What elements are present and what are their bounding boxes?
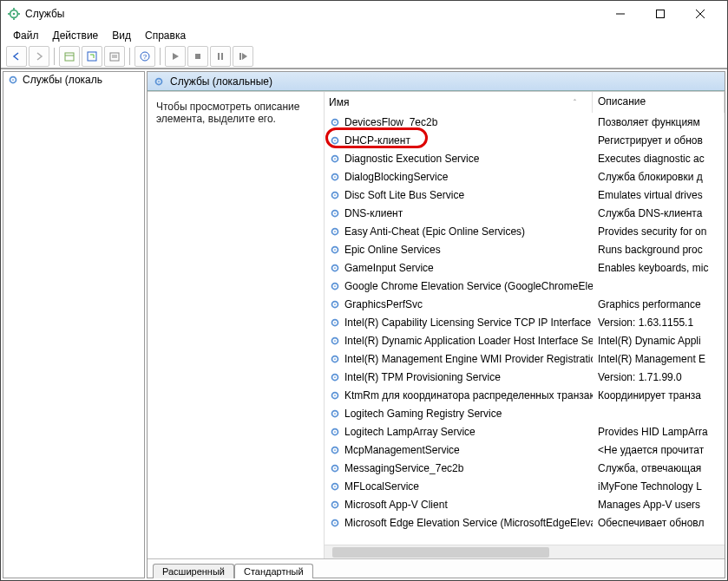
service-row[interactable]: Epic Online ServicesRuns background proc bbox=[324, 240, 725, 258]
service-row[interactable]: GameInput ServiceEnables keyboards, mic bbox=[324, 258, 725, 277]
svg-point-67 bbox=[334, 486, 336, 487]
back-button[interactable] bbox=[6, 46, 27, 67]
title-bar: Службы bbox=[1, 1, 727, 27]
app-icon bbox=[8, 8, 20, 20]
export-button[interactable] bbox=[104, 46, 125, 67]
gear-icon bbox=[329, 189, 341, 201]
tab-extended[interactable]: Расширенный bbox=[153, 564, 234, 578]
service-row[interactable]: Intel(R) Management Engine WMI Provider … bbox=[324, 349, 725, 368]
service-name: Disc Soft Lite Bus Service bbox=[344, 189, 464, 201]
svg-point-39 bbox=[334, 231, 336, 232]
menu-action[interactable]: Действие bbox=[46, 28, 106, 43]
service-row[interactable]: Diagnostic Execution ServiceExecutes dia… bbox=[324, 149, 725, 167]
svg-point-63 bbox=[334, 449, 336, 451]
service-name: GameInput Service bbox=[344, 262, 434, 274]
svg-rect-18 bbox=[195, 54, 200, 59]
gear-icon bbox=[329, 116, 341, 128]
service-description: Graphics performance bbox=[598, 298, 701, 310]
sort-indicator-icon: ˆ bbox=[574, 98, 576, 107]
start-button[interactable] bbox=[165, 46, 186, 67]
main-area: Службы (локаль Службы (локальные) Чтобы … bbox=[1, 69, 727, 580]
close-button[interactable] bbox=[680, 1, 720, 27]
menu-view[interactable]: Вид bbox=[105, 28, 138, 43]
service-row[interactable]: Easy Anti-Cheat (Epic Online Services)Pr… bbox=[324, 222, 725, 240]
refresh-button[interactable] bbox=[82, 46, 102, 67]
service-row[interactable]: Logitech Gaming Registry Service bbox=[324, 404, 725, 422]
minimize-button[interactable] bbox=[600, 1, 640, 27]
maximize-button[interactable] bbox=[640, 1, 680, 27]
svg-point-31 bbox=[334, 158, 336, 160]
service-name: Epic Online Services bbox=[344, 244, 441, 256]
column-name[interactable]: Имя ˆ bbox=[324, 92, 593, 113]
service-name: McpManagementService bbox=[344, 444, 460, 456]
service-row[interactable]: Intel(R) Dynamic Application Loader Host… bbox=[324, 331, 725, 349]
content-body: Чтобы просмотреть описание элемента, выд… bbox=[148, 91, 725, 558]
gear-icon bbox=[329, 353, 341, 365]
gear-icon bbox=[329, 499, 341, 511]
svg-rect-20 bbox=[221, 53, 223, 60]
service-description: Служба блокировки д bbox=[598, 171, 703, 183]
menu-file[interactable]: Файл bbox=[6, 28, 46, 43]
gear-icon bbox=[329, 207, 341, 219]
toolbar-divider bbox=[160, 48, 161, 65]
show-hide-button[interactable] bbox=[59, 46, 80, 67]
service-row[interactable]: Google Chrome Elevation Service (GoogleC… bbox=[324, 277, 725, 295]
service-list[interactable]: Имя ˆ Описание DevicesFlow_7ec2bПозволяе… bbox=[324, 92, 725, 558]
svg-point-69 bbox=[334, 504, 336, 506]
service-row[interactable]: McpManagementService<Не удается прочитат bbox=[324, 441, 725, 459]
service-row[interactable]: DevicesFlow_7ec2bПозволяет функциям bbox=[324, 113, 725, 131]
content-header: Службы (локальные) bbox=[148, 72, 725, 91]
restart-button[interactable] bbox=[233, 46, 253, 67]
svg-text:?: ? bbox=[143, 53, 148, 61]
forward-button[interactable] bbox=[29, 46, 49, 67]
content-header-title: Службы (локальные) bbox=[170, 75, 272, 88]
horizontal-scrollbar[interactable] bbox=[324, 545, 725, 558]
service-row[interactable]: Intel(R) Capability Licensing Service TC… bbox=[324, 313, 725, 331]
service-name: Easy Anti-Cheat (Epic Online Services) bbox=[344, 225, 525, 238]
toolbar: ? bbox=[1, 44, 727, 69]
service-row[interactable]: Microsoft Edge Elevation Service (Micros… bbox=[324, 513, 725, 532]
service-name: KtmRm для координатора распределенных тр… bbox=[344, 389, 593, 401]
scrollbar-thumb[interactable] bbox=[332, 547, 549, 558]
service-row[interactable]: GraphicsPerfSvcGraphics performance bbox=[324, 295, 725, 313]
stop-button[interactable] bbox=[187, 46, 208, 67]
bottom-tabs: Расширенный Стандартный bbox=[148, 558, 725, 578]
service-row[interactable]: DialogBlockingServiceСлужба блокировки д bbox=[324, 167, 725, 186]
service-description: Координирует транза bbox=[598, 389, 701, 401]
window-title: Службы bbox=[25, 8, 600, 20]
gear-icon bbox=[329, 462, 341, 474]
service-row[interactable]: MessagingService_7ec2bСлужба, отвечающая bbox=[324, 459, 725, 477]
service-row[interactable]: Disc Soft Lite Bus ServiceEmulates virtu… bbox=[324, 186, 725, 204]
svg-point-23 bbox=[12, 79, 14, 81]
pause-button[interactable] bbox=[210, 46, 231, 67]
svg-rect-19 bbox=[218, 53, 220, 60]
service-row[interactable]: DHCP-клиентРегистрирует и обнов bbox=[324, 131, 725, 149]
column-description[interactable]: Описание bbox=[593, 92, 725, 113]
svg-point-71 bbox=[334, 522, 336, 524]
service-row[interactable]: Intel(R) TPM Provisioning ServiceVersion… bbox=[324, 368, 725, 386]
service-row[interactable]: Logitech LampArray ServiceProvides HID L… bbox=[324, 422, 725, 441]
service-name: Microsoft Edge Elevation Service (Micros… bbox=[344, 517, 593, 529]
service-name: Logitech LampArray Service bbox=[344, 426, 475, 438]
gear-icon bbox=[329, 298, 341, 310]
service-row[interactable]: DNS-клиентСлужба DNS-клиента bbox=[324, 204, 725, 222]
service-description: Emulates virtual drives bbox=[598, 189, 703, 201]
service-name: DNS-клиент bbox=[344, 207, 403, 219]
service-row[interactable]: KtmRm для координатора распределенных тр… bbox=[324, 386, 725, 404]
service-name: DevicesFlow_7ec2b bbox=[344, 116, 437, 128]
service-row[interactable]: Microsoft App-V ClientManages App-V user… bbox=[324, 495, 725, 513]
help-button[interactable]: ? bbox=[134, 46, 155, 67]
service-rows: DevicesFlow_7ec2bПозволяет функциямDHCP-… bbox=[324, 113, 725, 532]
svg-rect-7 bbox=[657, 10, 665, 18]
service-name: MessagingService_7ec2b bbox=[344, 462, 463, 474]
tree-pane[interactable]: Службы (локаль bbox=[3, 71, 145, 578]
gear-icon bbox=[329, 480, 341, 493]
tree-root-services[interactable]: Службы (локаль bbox=[3, 72, 144, 88]
service-row[interactable]: MFLocalServiceiMyFone Technology L bbox=[324, 477, 725, 495]
gear-icon bbox=[329, 262, 341, 274]
gear-icon bbox=[329, 244, 341, 256]
service-name: Google Chrome Elevation Service (GoogleC… bbox=[344, 280, 593, 292]
service-name: Diagnostic Execution Service bbox=[344, 153, 479, 165]
tab-standard[interactable]: Стандартный bbox=[234, 564, 313, 578]
menu-help[interactable]: Справка bbox=[138, 28, 193, 43]
